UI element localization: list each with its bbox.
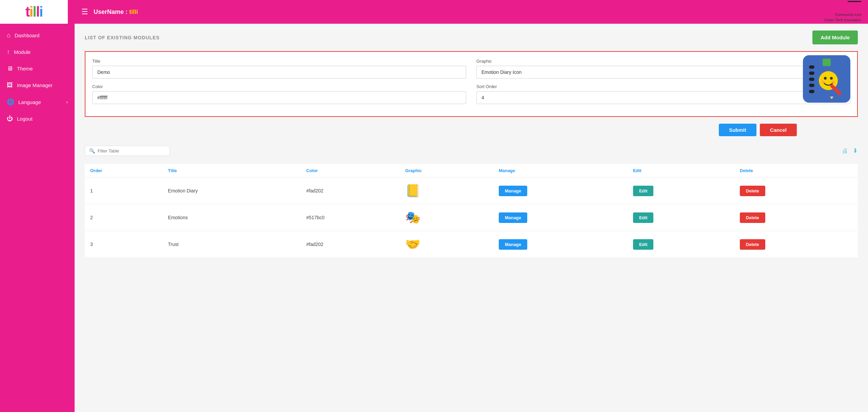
col-title: Title — [162, 164, 301, 178]
form-left: Title Color — [92, 59, 466, 109]
sidebar-item-module[interactable]: ↑ Module — [0, 44, 75, 60]
sidebar-item-theme[interactable]: 🖥 Theme — [0, 60, 75, 77]
add-module-button[interactable]: Add Module — [812, 30, 858, 44]
language-left: 🌐 Language — [7, 98, 41, 106]
sidebar-item-language[interactable]: 🌐 Language › — [0, 94, 75, 110]
svg-rect-4 — [809, 78, 814, 81]
sort-order-label: Sort Order — [476, 84, 850, 89]
form-row-graphic: Graphic Emotion Diary Icon Emotions Icon… — [476, 59, 850, 79]
col-graphic: Graphic — [400, 164, 493, 178]
sort-order-input[interactable] — [476, 91, 850, 104]
col-order: Order — [85, 164, 162, 178]
sidebar-label-dashboard: Dashboard — [15, 33, 39, 38]
svg-point-9 — [830, 77, 833, 80]
sidebar-label-module: Module — [14, 49, 31, 55]
image-manager-icon: 🖼 — [7, 82, 13, 89]
table-row: 2 Emotions #517bc0 🎭 Manage Edit Delete — [85, 204, 858, 231]
cell-delete: Delete — [734, 231, 858, 258]
edit-button[interactable]: Edit — [633, 212, 654, 223]
color-label: Color — [92, 84, 466, 89]
brand-line — [848, 1, 861, 2]
cell-title: Emotion Diary — [162, 178, 301, 204]
cell-manage: Manage — [493, 231, 628, 258]
hamburger-icon[interactable]: ☰ — [81, 7, 88, 16]
brand-area: Teqbahn Ventures Community-Led Clean Tec… — [797, 1, 861, 23]
preview-image — [803, 55, 850, 103]
form-row-sort: Sort Order — [476, 84, 850, 104]
cell-manage: Manage — [493, 204, 628, 231]
page-header: LIST OF EXISTING MODULES Add Module — [85, 30, 858, 44]
theme-icon: 🖥 — [7, 65, 13, 72]
download-button[interactable]: ⬇ — [853, 147, 858, 154]
manage-button[interactable]: Manage — [499, 212, 527, 223]
cell-edit: Edit — [628, 204, 734, 231]
module-icon: ↑ — [7, 48, 10, 56]
cancel-button[interactable]: Cancel — [760, 124, 797, 136]
edit-button[interactable]: Edit — [633, 239, 654, 250]
sidebar-item-image-manager[interactable]: 🖼 Image Manager — [0, 77, 75, 94]
logo-l1: l — [33, 4, 36, 20]
logo-t: t — [25, 4, 29, 20]
title-input[interactable] — [92, 66, 466, 79]
manage-button[interactable]: Manage — [499, 239, 527, 250]
delete-button[interactable]: Delete — [740, 239, 765, 250]
cell-delete: Delete — [734, 178, 858, 204]
sidebar-item-dashboard[interactable]: ⌂ Dashboard — [0, 27, 75, 44]
sidebar-label-logout: Logout — [17, 116, 33, 122]
table-toolbar: 🔍 🖨 ⬇ — [85, 143, 858, 159]
header: tilli ☰ UserName : tilli Teqbahn Venture… — [0, 0, 868, 24]
filter-input[interactable] — [98, 148, 165, 153]
form-row-title: Title — [92, 59, 466, 79]
content-area: LIST OF EXISTING MODULES Add Module Titl… — [75, 24, 868, 412]
main-layout: ⌂ Dashboard ↑ Module 🖥 Theme 🖼 Image Man… — [0, 24, 868, 412]
cell-manage: Manage — [493, 178, 628, 204]
cell-edit: Edit — [628, 231, 734, 258]
edit-button[interactable]: Edit — [633, 186, 654, 196]
table-row: 3 Trust #fad202 🤝 Manage Edit Delete — [85, 231, 858, 258]
col-color: Color — [301, 164, 400, 178]
header-left: ☰ UserName : tilli — [81, 7, 138, 16]
cell-order: 3 — [85, 231, 162, 258]
table-head: Order Title Color Graphic Manage Edit De… — [85, 164, 858, 178]
svg-point-8 — [824, 77, 827, 80]
emotion-diary-svg — [806, 59, 847, 99]
language-icon: 🌐 — [7, 98, 14, 106]
manage-button[interactable]: Manage — [499, 186, 527, 196]
color-input[interactable] — [92, 91, 466, 104]
form-actions: Submit Cancel — [85, 124, 858, 136]
table-icons: 🖨 ⬇ — [842, 147, 858, 154]
svg-rect-2 — [809, 65, 814, 69]
brand-name: Teqbahn Ventures — [797, 3, 861, 12]
cell-graphic: 🎭 — [400, 204, 493, 231]
sidebar: ⌂ Dashboard ↑ Module 🖥 Theme 🖼 Image Man… — [0, 24, 75, 412]
filter-wrap: 🔍 — [85, 146, 170, 156]
logo-i1: i — [29, 4, 33, 20]
delete-button[interactable]: Delete — [740, 186, 765, 196]
page-title: LIST OF EXISTING MODULES — [85, 35, 160, 40]
graphic-select[interactable]: Emotion Diary Icon Emotions Icon Trust I… — [476, 66, 850, 79]
title-label: Title — [92, 59, 466, 64]
icon-preview — [803, 55, 850, 103]
cell-color: #fad202 — [301, 178, 400, 204]
submit-button[interactable]: Submit — [719, 124, 756, 136]
cell-title: Trust — [162, 231, 301, 258]
print-button[interactable]: 🖨 — [842, 147, 848, 154]
cell-color: #fad202 — [301, 231, 400, 258]
cell-title: Emotions — [162, 204, 301, 231]
svg-rect-6 — [809, 90, 814, 93]
svg-marker-13 — [830, 97, 833, 99]
delete-button[interactable]: Delete — [740, 212, 765, 223]
col-edit: Edit — [628, 164, 734, 178]
form-box: Title Color Graphic Emotion Diary Icon E… — [85, 51, 858, 117]
logo-l2: l — [36, 4, 39, 20]
svg-rect-3 — [809, 71, 814, 75]
sidebar-item-logout[interactable]: ⏻ Logout — [0, 110, 75, 127]
logo-area: tilli — [0, 0, 68, 24]
chevron-right-icon: › — [66, 99, 68, 105]
form-right: Graphic Emotion Diary Icon Emotions Icon… — [476, 59, 850, 109]
svg-rect-1 — [823, 59, 831, 66]
brand-sub: Community-Led Clean Tech Innovation — [797, 12, 861, 23]
svg-point-10 — [822, 81, 825, 83]
sidebar-label-image-manager: Image Manager — [17, 82, 53, 88]
sidebar-label-theme: Theme — [17, 66, 33, 71]
